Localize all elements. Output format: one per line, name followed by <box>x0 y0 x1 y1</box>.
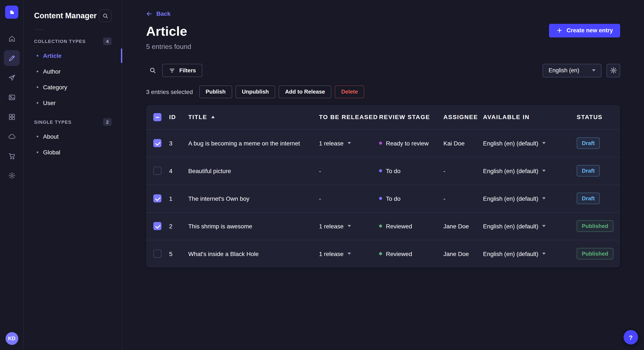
release-dropdown[interactable]: 1 release <box>319 223 351 229</box>
app-frame: KD Content Manager COLLECTION TYPES 4 <box>0 0 644 350</box>
chevron-down-icon <box>347 225 351 227</box>
locale-select[interactable]: English (en) <box>543 64 602 77</box>
table-body: 3 A bug is becoming a meme on the intern… <box>146 129 620 267</box>
add-to-release-button[interactable]: Add to Release <box>278 85 331 98</box>
sidebar-item[interactable]: About <box>34 128 112 144</box>
search-icon <box>149 67 156 74</box>
collection-types-list: Article Author Category <box>34 48 112 111</box>
strapi-logo[interactable] <box>5 5 18 19</box>
locale-select-value: English (en) <box>548 67 579 74</box>
sidebar-item-label: Global <box>43 149 60 156</box>
row-locale-dropdown[interactable]: English (en) (default) <box>483 223 546 229</box>
nav-cloud-button[interactable] <box>4 128 20 144</box>
bullet-icon <box>37 86 38 88</box>
strapi-logo-icon <box>8 8 16 16</box>
release-label: 1 release <box>319 250 344 257</box>
back-label: Back <box>156 10 170 17</box>
bullet-icon <box>37 136 38 137</box>
nav-content-manager-button[interactable] <box>4 50 20 66</box>
nav-media-library-button[interactable] <box>4 89 20 105</box>
arrow-left-icon <box>146 10 152 17</box>
release-dropdown[interactable]: 1 release <box>319 250 351 257</box>
search-button[interactable] <box>146 64 159 77</box>
plus-icon <box>556 27 563 34</box>
stage-label: Reviewed <box>386 250 412 257</box>
sidebar-item-label: User <box>43 99 56 106</box>
row-checkbox[interactable] <box>153 167 162 175</box>
nav-marketplace-button[interactable] <box>4 148 20 164</box>
row-locale-dropdown[interactable]: English (en) (default) <box>483 195 546 202</box>
sidebar-item[interactable]: Global <box>34 144 112 160</box>
create-entry-button[interactable]: Create new entry <box>549 24 620 37</box>
table-row[interactable]: 4 Beautiful picture - To do <box>146 157 620 184</box>
unpublish-button[interactable]: Unpublish <box>235 85 275 98</box>
gear-icon <box>8 172 16 179</box>
release-dropdown[interactable]: 1 release <box>319 140 351 147</box>
table-row[interactable]: 5 What's inside a Black Hole 1 release <box>146 240 620 267</box>
row-locale-dropdown[interactable]: English (en) (default) <box>483 140 546 147</box>
row-checkbox[interactable] <box>153 139 162 147</box>
section-count-badge: 2 <box>103 118 112 126</box>
stage-dot <box>379 169 382 172</box>
nav-home-button[interactable] <box>4 31 20 46</box>
nav-content-type-builder-button[interactable] <box>4 109 20 125</box>
row-assignee: Kai Doe <box>444 140 483 147</box>
table-row[interactable]: 2 This shrimp is awesome 1 release Re <box>146 212 620 240</box>
section-label: SINGLE TYPES <box>34 120 72 125</box>
column-header-id[interactable]: ID <box>169 114 188 120</box>
release-dropdown[interactable]: - <box>319 167 321 174</box>
table-row[interactable]: 1 The internet's Own boy - To do <box>146 184 620 212</box>
row-title: The internet's Own boy <box>188 195 319 202</box>
user-avatar[interactable]: KD <box>5 332 18 345</box>
bullet-icon <box>37 70 38 72</box>
publish-button[interactable]: Publish <box>199 85 232 98</box>
selection-bar: 3 entries selected Publish Unpublish Add… <box>146 85 620 98</box>
sidebar-item[interactable]: User <box>34 95 112 111</box>
column-header-assignee[interactable]: ASSIGNEE <box>444 114 483 120</box>
single-types-section: SINGLE TYPES 2 About Global <box>34 117 112 160</box>
row-assignee: Jane Doe <box>444 223 483 229</box>
blocks-icon <box>8 113 16 121</box>
row-locale-label: English (en) (default) <box>483 140 538 147</box>
sidebar-item[interactable]: Author <box>34 63 112 79</box>
column-header-status[interactable]: STATUS <box>577 114 620 120</box>
divider <box>34 29 44 30</box>
row-checkbox[interactable] <box>153 194 162 202</box>
delete-button[interactable]: Delete <box>335 85 364 98</box>
column-header-stage[interactable]: REVIEW STAGE <box>379 114 444 120</box>
app-root: KD Content Manager COLLECTION TYPES 4 <box>0 0 644 350</box>
sidebar-search-button[interactable] <box>99 9 112 22</box>
select-all-checkbox[interactable] <box>153 113 162 121</box>
row-locale-dropdown[interactable]: English (en) (default) <box>483 167 546 174</box>
row-checkbox[interactable] <box>153 222 162 230</box>
sidebar-item-label: Category <box>43 84 67 90</box>
row-locale-label: English (en) (default) <box>483 250 538 257</box>
entries-table: ID TITLE TO BE RELEASED IN REVIEW STAGE … <box>146 105 620 267</box>
column-header-title[interactable]: TITLE <box>188 114 319 120</box>
release-label: 1 release <box>319 140 344 147</box>
release-dropdown[interactable]: - <box>319 195 321 202</box>
sidebar-item[interactable]: Category <box>34 79 112 95</box>
row-locale-label: English (en) (default) <box>483 223 538 229</box>
single-types-list: About Global <box>34 128 112 160</box>
status-badge: Published <box>577 220 613 232</box>
sidebar-header: Content Manager <box>34 9 112 22</box>
table-row[interactable]: 3 A bug is becoming a meme on the intern… <box>146 129 620 157</box>
help-button[interactable]: ? <box>624 330 638 345</box>
stage-dot <box>379 142 382 145</box>
nav-transfer-button[interactable] <box>4 70 20 85</box>
filters-button[interactable]: Filters <box>162 64 202 77</box>
filters-label: Filters <box>179 67 196 74</box>
main-content: Back Article 5 entries found Create new … <box>122 0 644 350</box>
view-settings-button[interactable] <box>606 64 620 77</box>
nav-rail: KD <box>0 0 24 350</box>
sidebar-item[interactable]: Article <box>34 48 112 63</box>
row-checkbox[interactable] <box>153 250 162 258</box>
row-locale-dropdown[interactable]: English (en) (default) <box>483 250 546 257</box>
back-link[interactable]: Back <box>146 10 170 17</box>
column-header-release[interactable]: TO BE RELEASED IN <box>319 114 379 120</box>
nav-settings-button[interactable] <box>4 168 20 183</box>
column-header-available[interactable]: AVAILABLE IN <box>483 114 577 120</box>
cloud-icon <box>8 133 16 140</box>
chevron-down-icon <box>542 170 546 172</box>
